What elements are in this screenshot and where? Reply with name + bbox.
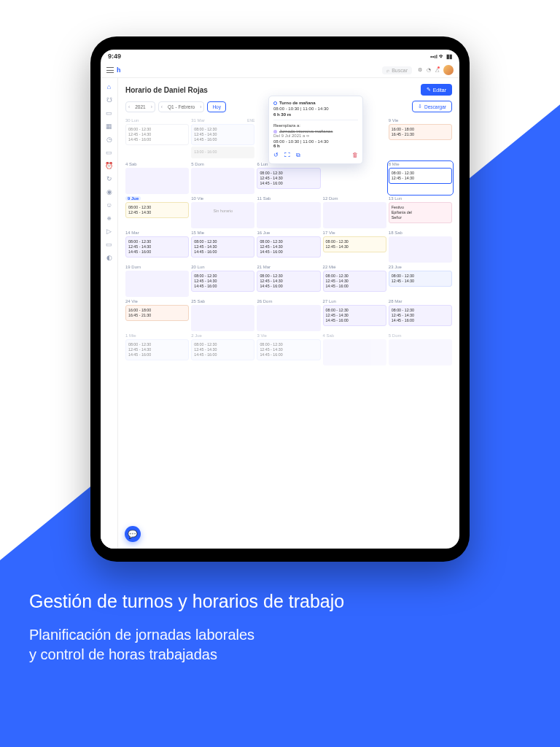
bell-icon[interactable]: △ — [435, 67, 439, 73]
shift-card[interactable]: 08:00 - 12:3012:45 - 14:30 — [389, 168, 452, 184]
shift-card[interactable]: 08:00 - 12:3012:45 - 14:3014:45 - 16:00 — [257, 271, 320, 292]
chevron-left-icon[interactable]: ‹ — [126, 102, 132, 112]
year-pager[interactable]: ‹ 2021 › — [125, 101, 155, 112]
day-cell[interactable]: 5 Dom — [191, 162, 254, 194]
empty-slot[interactable] — [191, 168, 254, 194]
day-cell[interactable]: 23 Jue08:00 - 12:3012:45 - 14:30 — [389, 265, 452, 297]
shift-card[interactable]: 08:00 - 12:3012:45 - 14:3014:45 - 16:00 — [257, 339, 320, 360]
day-cell[interactable]: 17 Vie08:00 - 12:3012:45 - 14:30 — [323, 231, 386, 263]
empty-slot[interactable] — [125, 271, 189, 297]
day-cell[interactable]: 19 Dom — [125, 265, 189, 297]
chevron-left-icon[interactable]: ‹ — [159, 102, 165, 112]
day-cell[interactable]: 6 Lun08:00 - 12:3012:45 - 14:3014:45 - 1… — [257, 162, 320, 194]
shift-card[interactable]: 08:00 - 12:3012:45 - 14:3014:45 - 16:00 — [389, 305, 452, 326]
shift-card[interactable]: 08:00 - 12:3012:45 - 14:3014:45 - 16:00 — [191, 271, 254, 292]
shift-card[interactable]: 08:00 - 12:3012:45 - 14:3014:45 - 16:00 — [323, 271, 386, 292]
day-cell[interactable]: 14 Mar08:00 - 12:3012:45 - 14:3014:45 - … — [125, 231, 189, 263]
moon-icon[interactable]: ◐ — [105, 253, 113, 261]
shift-card[interactable]: 08:00 - 12:3012:45 - 14:30 — [389, 271, 452, 287]
day-cell[interactable]: 31 MarENE08:00 - 12:3012:45 - 14:3014:45… — [191, 118, 254, 160]
refresh-icon[interactable]: ↻ — [105, 174, 113, 182]
day-cell[interactable]: 25 Sab — [191, 299, 254, 331]
play-icon[interactable]: ▷ — [105, 227, 113, 235]
shift-card[interactable]: 08:00 - 12:3012:45 - 14:3014:45 - 16:00 — [191, 236, 254, 258]
period-pager[interactable]: ‹ Q1 - Febrero › — [158, 101, 205, 112]
day-cell[interactable]: 1 Mie08:00 - 12:3012:45 - 14:3014:45 - 1… — [125, 333, 189, 365]
shift-card[interactable]: 08:00 - 12:3012:45 - 14:3014:45 - 16:00 — [191, 339, 254, 360]
shift-card[interactable]: 08:00 - 12:3012:45 - 14:3014:45 - 16:00 — [323, 305, 386, 326]
home-icon[interactable]: ⌂ — [105, 82, 113, 90]
edit-button[interactable]: ✎ Editar — [421, 84, 452, 96]
team-icon[interactable]: ☋ — [105, 96, 113, 104]
shift-card[interactable]: 08:00 - 12:3012:45 - 14:3014:45 - 16:00 — [125, 339, 189, 360]
day-cell[interactable]: 30 Lun08:00 - 12:3012:45 - 14:3014:45 - … — [125, 118, 189, 160]
day-cell[interactable]: 10 VieSin horario — [191, 196, 254, 228]
empty-slot[interactable] — [389, 236, 452, 263]
empty-slot[interactable] — [257, 202, 320, 228]
copy-icon[interactable]: ⧉ — [296, 152, 300, 159]
day-cell[interactable]: 9 Jue08:00 - 12:3012:45 - 14:30 — [125, 196, 189, 228]
day-cell[interactable]: 24 Vie16:00 - 18:0016:45 - 21:30 — [125, 299, 189, 331]
shift-card[interactable]: 08:00 - 12:3012:45 - 14:30 — [323, 236, 386, 252]
app-logo[interactable]: h — [117, 66, 124, 74]
chat-icon[interactable]: ☺ — [105, 201, 113, 209]
trash-icon[interactable]: 🗑 — [352, 152, 358, 159]
day-cell[interactable]: 16 Jue08:00 - 12:3012:45 - 14:3014:45 - … — [257, 231, 320, 263]
timer-icon[interactable]: ◔ — [427, 67, 431, 73]
chevron-right-icon[interactable]: › — [149, 102, 155, 112]
day-cell[interactable]: 13 LunFestivoEpifanía delSeñor — [389, 196, 452, 228]
day-cell[interactable]: 12 Dom — [323, 196, 386, 228]
day-cell[interactable]: 2 Jue08:00 - 12:3012:45 - 14:3014:45 - 1… — [191, 333, 254, 365]
day-cell[interactable]: 4 Sab — [323, 333, 386, 365]
shift-card[interactable]: FestivoEpifanía delSeñor — [389, 202, 452, 223]
day-cell[interactable]: 20 Lun08:00 - 12:3012:45 - 14:3014:45 - … — [191, 265, 254, 297]
menu-icon[interactable] — [106, 67, 114, 73]
day-cell[interactable]: 11 Sab — [257, 196, 320, 228]
clock-icon[interactable]: ◷ — [105, 135, 113, 143]
chevron-right-icon[interactable]: › — [198, 102, 203, 112]
history-icon[interactable]: ↺ — [273, 152, 279, 159]
empty-slot[interactable] — [257, 305, 320, 331]
shift-card[interactable]: 08:00 - 12:3012:45 - 14:3014:45 - 16:00 — [125, 236, 189, 258]
day-cell[interactable]: 4 Sab — [125, 162, 189, 194]
day-cell[interactable] — [323, 162, 386, 194]
globe-icon[interactable]: ◉ — [105, 187, 113, 196]
day-cell[interactable]: 5 Dom — [389, 333, 452, 365]
today-button[interactable]: Hoy — [207, 101, 226, 112]
day-cell[interactable]: 15 Mie08:00 - 12:3012:45 - 14:3014:45 - … — [191, 231, 254, 263]
day-cell[interactable]: 28 Mar08:00 - 12:3012:45 - 14:3014:45 - … — [389, 299, 452, 331]
card-icon[interactable]: ▭ — [105, 148, 113, 156]
shift-card[interactable]: 08:00 - 12:3012:45 - 14:30 — [125, 202, 189, 218]
empty-slot[interactable] — [191, 305, 254, 331]
settings-icon[interactable]: ⚙ — [418, 67, 422, 73]
empty-slot[interactable] — [125, 168, 189, 194]
search-input[interactable]: ⌕ Buscar — [382, 66, 412, 74]
empty-slot[interactable] — [389, 339, 452, 365]
shift-card[interactable]: 13:00 - 16:00 — [191, 147, 254, 158]
empty-slot[interactable] — [323, 202, 386, 228]
alarm-icon[interactable]: ⏰ — [105, 161, 113, 169]
shift-card[interactable]: 08:00 - 12:3012:45 - 14:3014:45 - 16:00 — [125, 124, 189, 145]
org-icon[interactable]: ▭ — [105, 109, 113, 117]
empty-slot[interactable] — [323, 339, 386, 365]
shift-card[interactable]: 08:00 - 12:3012:45 - 14:3014:45 - 16:00 — [191, 124, 254, 145]
lock-icon[interactable]: ⛶ — [284, 152, 290, 159]
day-cell[interactable]: 3 Vie08:00 - 12:3012:45 - 14:3014:45 - 1… — [257, 333, 320, 365]
day-cell[interactable]: 21 Mar08:00 - 12:3012:45 - 14:3014:45 - … — [257, 265, 320, 297]
day-cell[interactable]: 9 Vie16:00 - 18:0016:45 - 21:30 — [389, 118, 452, 160]
board-icon[interactable]: ▭ — [105, 240, 113, 248]
shift-card[interactable]: 16:00 - 18:0016:45 - 21:30 — [389, 124, 452, 140]
day-cell[interactable]: 18 Sab — [389, 231, 452, 263]
grad-icon[interactable]: ⎈ — [105, 214, 113, 222]
avatar[interactable] — [443, 65, 454, 75]
day-cell[interactable]: 8 Mie08:00 - 12:3012:45 - 14:30 — [389, 162, 452, 194]
shift-card[interactable]: 08:00 - 12:3012:45 - 14:3014:45 - 16:00 — [257, 236, 320, 258]
calendar-icon[interactable]: ▦ — [105, 122, 113, 130]
day-cell[interactable]: 27 Lun08:00 - 12:3012:45 - 14:3014:45 - … — [323, 299, 386, 331]
shift-popover[interactable]: Turno de mañana 08:00 - 10:30 | 11:00 - … — [268, 96, 363, 164]
day-cell[interactable]: 22 Mié08:00 - 12:3012:45 - 14:3014:45 - … — [323, 265, 386, 297]
download-button[interactable]: ⇩ Descargar — [412, 101, 452, 112]
shift-card[interactable]: 16:00 - 18:0016:45 - 21:30 — [125, 305, 189, 321]
chat-fab[interactable]: 💬 — [125, 526, 141, 542]
shift-card[interactable]: 08:00 - 12:3012:45 - 14:3014:45 - 16:00 — [257, 168, 320, 189]
